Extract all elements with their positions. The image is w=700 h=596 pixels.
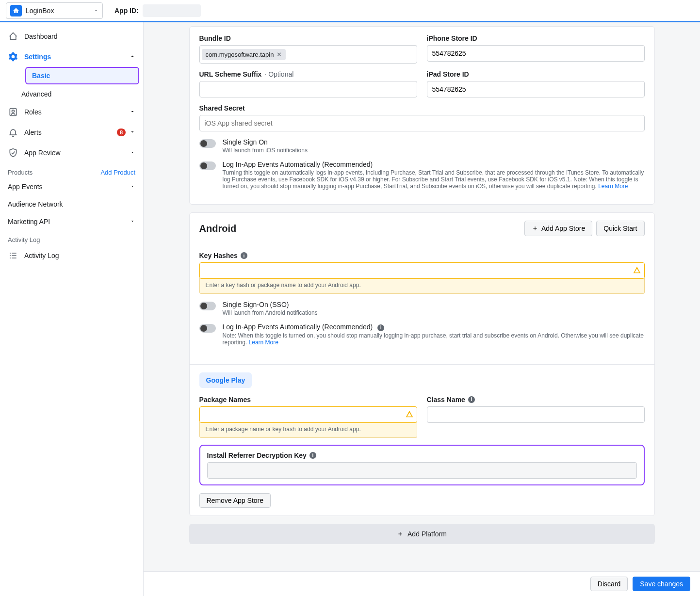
sidebar-item-settings[interactable]: Settings bbox=[0, 47, 143, 67]
sidebar-item-roles[interactable]: Roles bbox=[0, 102, 143, 122]
url-scheme-label: URL Scheme Suffix · Optional bbox=[199, 70, 417, 78]
main-content: Bundle ID com.mygosoftware.tapin ✕ iPhon… bbox=[144, 22, 700, 596]
caret-down-icon bbox=[94, 7, 98, 15]
android-title: Android bbox=[199, 223, 237, 234]
install-key-label: Install Referrer Decryption Key i bbox=[207, 451, 637, 459]
ipad-store-id-label: iPad Store ID bbox=[427, 70, 645, 78]
info-icon[interactable]: i bbox=[377, 324, 384, 331]
ios-sso-title: Single Sign On bbox=[223, 138, 308, 146]
sidebar-label: Dashboard bbox=[24, 32, 58, 40]
sidebar-label: Alerts bbox=[24, 129, 42, 136]
class-name-input[interactable] bbox=[427, 406, 645, 423]
ios-log-events-toggle[interactable] bbox=[199, 161, 216, 170]
google-play-tab[interactable]: Google Play bbox=[199, 372, 252, 388]
sidebar-item-dashboard[interactable]: Dashboard bbox=[0, 26, 143, 47]
bundle-id-input[interactable]: com.mygosoftware.tapin ✕ bbox=[199, 45, 417, 64]
sidebar-label: App Review bbox=[24, 149, 61, 157]
android-sso-title: Single Sign-On (SSO) bbox=[223, 301, 318, 308]
home-icon bbox=[8, 31, 18, 42]
plus-icon: ＋ bbox=[532, 224, 538, 233]
sidebar-item-alerts[interactable]: Alerts 8 bbox=[0, 122, 143, 143]
class-name-label: Class Name i bbox=[427, 396, 645, 403]
iphone-store-id-label: iPhone Store ID bbox=[427, 34, 645, 42]
svg-rect-3 bbox=[636, 271, 637, 272]
chevron-down-icon bbox=[130, 129, 135, 136]
shield-icon bbox=[8, 147, 18, 158]
sidebar-item-activity-log[interactable]: Activity Log bbox=[0, 245, 143, 266]
svg-rect-4 bbox=[409, 413, 409, 415]
alerts-badge: 8 bbox=[117, 129, 126, 136]
roles-icon bbox=[8, 107, 18, 117]
footer-bar: Discard Save changes bbox=[144, 571, 700, 596]
sidebar-subitem-basic[interactable]: Basic bbox=[25, 67, 139, 84]
app-selector-dropdown[interactable]: LoginBox bbox=[6, 2, 103, 19]
app-logo-icon bbox=[10, 5, 22, 16]
android-card: Android ＋ Add App Store Quick Start Key … bbox=[189, 212, 655, 516]
sidebar-label: Roles bbox=[24, 108, 42, 116]
products-label: Products bbox=[8, 169, 33, 176]
chevron-up-icon bbox=[130, 53, 135, 61]
sidebar-label: App Events bbox=[8, 183, 43, 191]
chevron-down-icon bbox=[130, 108, 135, 116]
app-name: LoginBox bbox=[26, 7, 54, 15]
warning-icon bbox=[406, 410, 413, 419]
bundle-id-chip: com.mygosoftware.tapin ✕ bbox=[202, 49, 286, 60]
list-icon bbox=[8, 250, 18, 261]
label-text: Class Name bbox=[427, 396, 465, 403]
chevron-down-icon bbox=[130, 218, 135, 226]
label-text: Install Referrer Decryption Key bbox=[207, 451, 307, 459]
install-key-input bbox=[207, 462, 637, 479]
remove-app-store-button[interactable]: Remove App Store bbox=[199, 493, 271, 508]
ios-log-events-title: Log In-App Events Automatically (Recomme… bbox=[223, 161, 645, 168]
sidebar: Dashboard Settings Basic Advanced Roles … bbox=[0, 22, 144, 596]
sidebar-label: Activity Log bbox=[24, 252, 59, 259]
package-names-label: Package Names bbox=[199, 396, 417, 403]
package-names-input[interactable] bbox=[199, 406, 417, 423]
sidebar-section-products: Products Add Product bbox=[0, 163, 143, 178]
sidebar-section-activity: Activity Log bbox=[0, 230, 143, 245]
button-label: Add App Store bbox=[541, 225, 585, 232]
key-hashes-input[interactable] bbox=[199, 262, 645, 279]
plus-icon: ＋ bbox=[397, 530, 404, 538]
gear-icon bbox=[8, 51, 18, 62]
package-names-warning: Enter a package name or key hash to add … bbox=[199, 422, 417, 438]
android-log-events-toggle[interactable] bbox=[199, 324, 216, 333]
warning-icon bbox=[633, 266, 641, 275]
optional-text: · Optional bbox=[264, 70, 293, 78]
android-sso-toggle[interactable] bbox=[199, 302, 216, 310]
add-app-store-button[interactable]: ＋ Add App Store bbox=[524, 221, 592, 236]
sidebar-item-audience-network[interactable]: Audience Network bbox=[0, 195, 143, 213]
ios-card: Bundle ID com.mygosoftware.tapin ✕ iPhon… bbox=[189, 26, 655, 205]
label-text: URL Scheme Suffix bbox=[199, 70, 262, 78]
bundle-id-label: Bundle ID bbox=[199, 34, 417, 42]
iphone-store-id-input[interactable] bbox=[427, 45, 645, 62]
sidebar-subitem-advanced[interactable]: Advanced bbox=[21, 86, 143, 102]
svg-rect-2 bbox=[636, 269, 637, 271]
sidebar-item-app-events[interactable]: App Events bbox=[0, 178, 143, 195]
chevron-down-icon bbox=[130, 149, 135, 157]
save-changes-button[interactable]: Save changes bbox=[633, 577, 690, 591]
url-scheme-input[interactable] bbox=[199, 81, 417, 97]
info-icon[interactable]: i bbox=[468, 396, 475, 403]
chevron-down-icon bbox=[130, 183, 135, 191]
sidebar-item-marketing-api[interactable]: Marketing API bbox=[0, 213, 143, 230]
shared-secret-input[interactable] bbox=[199, 115, 645, 131]
add-platform-label: Add Platform bbox=[407, 530, 447, 538]
discard-button[interactable]: Discard bbox=[590, 577, 628, 591]
learn-more-link[interactable]: Learn More bbox=[249, 339, 278, 346]
quick-start-button[interactable]: Quick Start bbox=[596, 221, 644, 236]
chip-text: com.mygosoftware.tapin bbox=[206, 51, 274, 58]
learn-more-link[interactable]: Learn More bbox=[598, 183, 628, 190]
ios-sso-toggle[interactable] bbox=[199, 139, 216, 148]
info-icon[interactable]: i bbox=[241, 252, 247, 259]
android-log-events-title: Log In-App Events Automatically (Recomme… bbox=[223, 323, 645, 331]
sidebar-item-app-review[interactable]: App Review bbox=[0, 143, 143, 163]
add-product-link[interactable]: Add Product bbox=[100, 169, 135, 176]
app-id-value bbox=[143, 4, 201, 17]
ipad-store-id-input[interactable] bbox=[427, 81, 645, 97]
chip-remove-icon[interactable]: ✕ bbox=[277, 51, 282, 58]
svg-point-1 bbox=[12, 110, 15, 113]
info-icon[interactable]: i bbox=[309, 452, 316, 459]
install-key-section: Install Referrer Decryption Key i bbox=[199, 445, 645, 485]
add-platform-button[interactable]: ＋ Add Platform bbox=[189, 524, 655, 544]
